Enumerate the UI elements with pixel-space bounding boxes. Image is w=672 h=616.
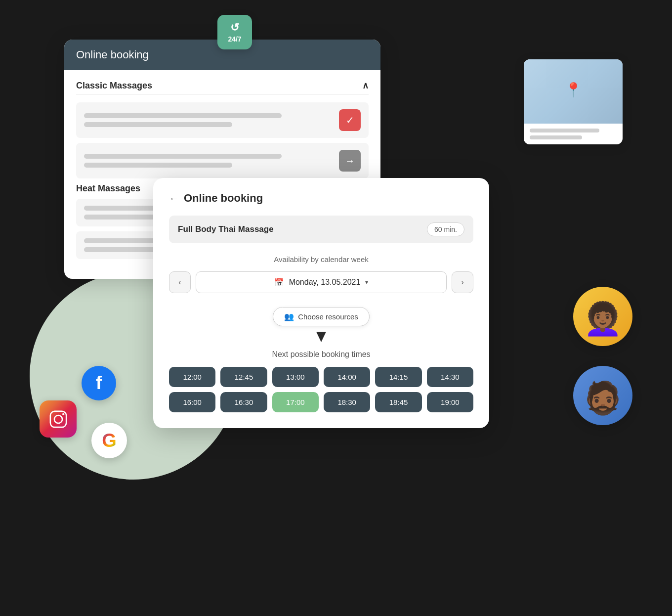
map-card: 📍 bbox=[524, 59, 623, 144]
next-week-button[interactable]: › bbox=[452, 271, 473, 293]
service-name: Full Body Thai Massage bbox=[178, 224, 274, 234]
service-item[interactable]: ✓ bbox=[76, 102, 369, 138]
front-card: ← Online booking Full Body Thai Massage … bbox=[153, 178, 489, 428]
availability-label: Availability by calendar week bbox=[169, 255, 473, 264]
time-slot[interactable]: 14:15 bbox=[375, 367, 421, 387]
facebook-icon[interactable]: f bbox=[82, 366, 116, 400]
service-lines bbox=[84, 154, 331, 168]
time-slot[interactable]: 14:00 bbox=[324, 367, 370, 387]
instagram-icon[interactable] bbox=[40, 400, 77, 438]
time-slots-grid: 12:00 12:45 13:00 14:00 14:15 14:30 16:0… bbox=[169, 367, 473, 412]
section-divider bbox=[76, 94, 369, 94]
time-slot[interactable]: 18:45 bbox=[375, 392, 421, 412]
svg-point-3 bbox=[62, 413, 64, 415]
front-card-title: Online booking bbox=[184, 192, 263, 205]
choose-resources-button[interactable]: 👥 Choose resources bbox=[273, 307, 370, 326]
time-slot[interactable]: 12:45 bbox=[220, 367, 267, 387]
arrow-down-icon bbox=[314, 329, 329, 344]
svg-point-2 bbox=[54, 415, 62, 423]
time-slot[interactable]: 16:00 bbox=[169, 392, 215, 412]
booking-times-label: Next possible booking times bbox=[169, 350, 473, 359]
time-slot[interactable]: 18:30 bbox=[324, 392, 370, 412]
resources-row: 👥 Choose resources bbox=[169, 307, 473, 326]
chevron-left-icon: ‹ bbox=[178, 278, 181, 287]
man-face: 🧔🏾 bbox=[583, 382, 623, 414]
map-info-line bbox=[530, 135, 582, 139]
service-lines bbox=[84, 113, 331, 127]
date-value: Monday, 13.05.2021 bbox=[289, 278, 361, 287]
prev-week-button[interactable]: ‹ bbox=[169, 271, 191, 293]
time-slot[interactable]: 14:30 bbox=[427, 367, 473, 387]
time-slot[interactable]: 13:00 bbox=[272, 367, 319, 387]
service-duration: 60 min. bbox=[427, 222, 464, 236]
map-pin-icon: 📍 bbox=[565, 82, 582, 98]
chevron-up-icon: ∧ bbox=[362, 80, 369, 91]
facebook-label: f bbox=[96, 373, 102, 394]
time-slot[interactable]: 16:30 bbox=[220, 392, 267, 412]
back-card-title: Online booking bbox=[76, 48, 149, 61]
time-slot[interactable]: 19:00 bbox=[427, 392, 473, 412]
navigate-service-button[interactable]: → bbox=[339, 150, 361, 172]
time-slot[interactable]: 12:00 bbox=[169, 367, 215, 387]
badge-247: ↺ 24/7 bbox=[217, 15, 252, 49]
calendar-icon: 📅 bbox=[274, 278, 284, 287]
service-line bbox=[84, 113, 282, 118]
arrow-indicator bbox=[169, 329, 473, 344]
service-item[interactable]: → bbox=[76, 143, 369, 178]
resources-label: Choose resources bbox=[298, 312, 358, 321]
google-icon[interactable]: G bbox=[91, 423, 127, 458]
avatar-woman: 👩🏾‍🦱 bbox=[573, 287, 632, 346]
instagram-svg bbox=[47, 408, 69, 430]
select-service-button[interactable]: ✓ bbox=[339, 109, 361, 131]
svg-marker-0 bbox=[316, 332, 326, 342]
resources-icon: 👥 bbox=[284, 312, 294, 321]
map-info bbox=[524, 124, 623, 144]
google-label: G bbox=[102, 430, 117, 451]
avatar-man: 🧔🏾 bbox=[573, 366, 632, 425]
map-visual: 📍 bbox=[524, 59, 623, 124]
selected-service-pill: Full Body Thai Massage 60 min. bbox=[169, 216, 473, 243]
woman-face: 👩🏾‍🦱 bbox=[583, 303, 623, 335]
front-card-header: ← Online booking bbox=[169, 192, 473, 205]
chevron-right-icon: › bbox=[461, 278, 463, 287]
refresh-icon: ↺ bbox=[230, 21, 239, 34]
service-line bbox=[84, 163, 232, 168]
map-info-line bbox=[530, 129, 599, 132]
date-picker[interactable]: 📅 Monday, 13.05.2021 ▾ bbox=[196, 271, 447, 293]
classic-massages-title: Classic Massages ∧ bbox=[76, 80, 369, 91]
badge-247-label: 24/7 bbox=[228, 35, 241, 43]
service-line bbox=[84, 122, 232, 127]
time-slot-selected[interactable]: 17:00 bbox=[272, 392, 319, 412]
back-button[interactable]: ← bbox=[169, 193, 179, 204]
service-line bbox=[84, 154, 282, 159]
dropdown-icon: ▾ bbox=[365, 279, 368, 286]
date-navigation: ‹ 📅 Monday, 13.05.2021 ▾ › bbox=[169, 271, 473, 293]
